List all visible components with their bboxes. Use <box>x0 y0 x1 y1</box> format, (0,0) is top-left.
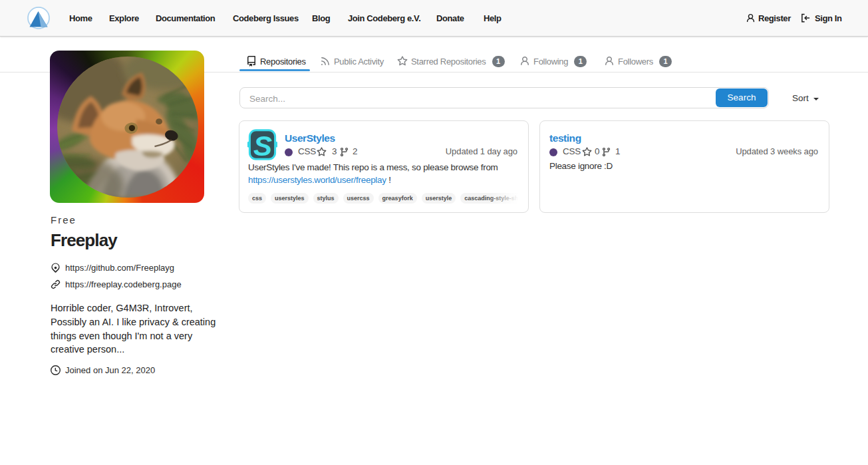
svg-text:S: S <box>253 130 272 161</box>
